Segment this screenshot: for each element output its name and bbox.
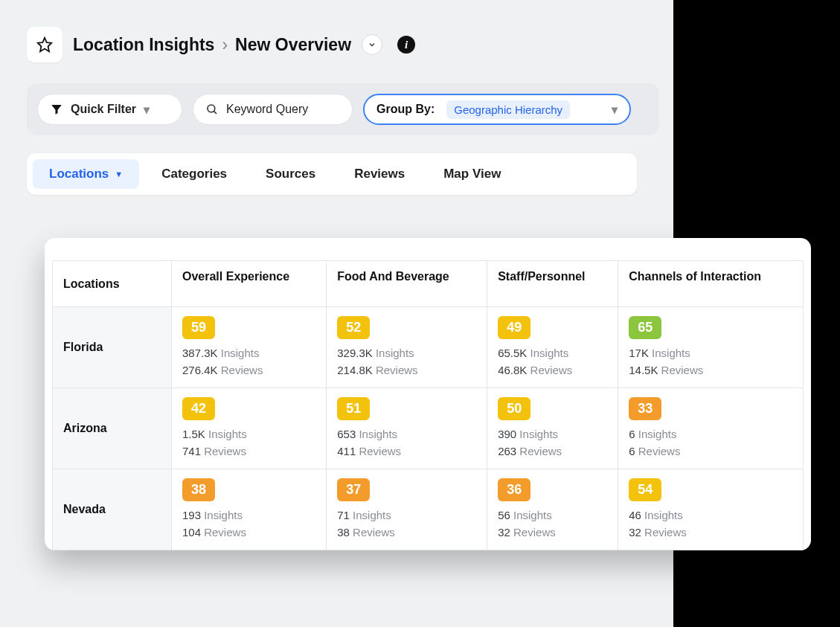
metric-cell[interactable]: 6517K Insights14.5K Reviews [618,307,804,388]
quick-filter-button[interactable]: Quick Filter ▾ [37,94,182,125]
metric-sub: 1.5K Insights741 Reviews [182,426,315,460]
metric-cell[interactable]: 421.5K Insights741 Reviews [172,388,327,469]
group-by-value: Geographic Hierarchy [446,100,570,119]
tab-reviews[interactable]: Reviews [338,159,421,189]
svg-marker-0 [38,38,51,51]
tab-locations[interactable]: Locations▼ [33,159,139,189]
tab-label: Map View [443,167,501,181]
column-header[interactable]: Food And Beverage [327,261,487,307]
breadcrumb-dropdown[interactable] [362,34,382,55]
favorite-button[interactable] [27,27,62,62]
tab-label: Locations [49,167,109,181]
metric-sub: 46 Insights32 Reviews [629,507,792,541]
filter-bar: Quick Filter ▾ Keyword Query Group By: G… [27,83,659,135]
score-badge: 42 [182,397,215,420]
metric-sub: 17K Insights14.5K Reviews [629,345,792,379]
metric-sub: 390 Insights263 Reviews [498,426,607,460]
score-badge: 37 [337,478,370,501]
keyword-search[interactable]: Keyword Query [193,94,353,125]
metric-cell[interactable]: 52329.3K Insights214.8K Reviews [327,307,487,388]
metric-sub: 6 Insights6 Reviews [629,426,792,460]
metric-cell[interactable]: 3771 Insights38 Reviews [327,469,487,550]
location-cell[interactable]: Arizona [53,388,172,469]
metric-sub: 56 Insights32 Reviews [498,507,607,541]
data-card: LocationsOverall ExperienceFood And Beve… [45,238,811,550]
caret-down-icon: ▾ [612,103,618,117]
svg-line-2 [214,111,217,114]
metric-sub: 65.5K Insights46.8K Reviews [498,345,607,379]
table-row: Florida59387.3K Insights276.4K Reviews52… [53,307,804,388]
location-cell[interactable]: Florida [53,307,172,388]
score-badge: 52 [337,316,370,339]
search-icon [205,103,219,116]
score-badge: 54 [629,478,661,501]
metric-cell[interactable]: 4965.5K Insights46.8K Reviews [487,307,618,388]
keyword-placeholder: Keyword Query [226,103,308,116]
score-badge: 50 [498,397,530,420]
breadcrumb-root[interactable]: Location Insights [73,35,214,55]
metric-cell[interactable]: 50390 Insights263 Reviews [487,388,618,469]
metric-sub: 653 Insights411 Reviews [337,426,476,460]
tabs-bar: Locations▼CategoriesSourcesReviewsMap Vi… [27,153,637,195]
metric-cell[interactable]: 51653 Insights411 Reviews [327,388,487,469]
score-badge: 49 [498,316,530,339]
svg-point-1 [208,105,215,112]
breadcrumb-row: Location Insights › New Overview i [27,27,647,62]
metric-cell[interactable]: 3656 Insights32 Reviews [487,469,618,550]
metric-cell[interactable]: 38193 Insights104 Reviews [172,469,327,550]
star-icon [36,36,53,53]
caret-down-icon: ▾ [144,103,150,117]
tab-label: Categories [161,167,227,181]
tab-categories[interactable]: Categories [145,159,243,189]
chevron-down-icon [368,40,376,49]
score-badge: 36 [498,478,530,501]
metric-sub: 193 Insights104 Reviews [182,507,315,541]
metric-sub: 71 Insights38 Reviews [337,507,476,541]
column-header[interactable]: Staff/Personnel [487,261,618,307]
score-badge: 65 [629,316,661,339]
table-row: Nevada38193 Insights104 Reviews3771 Insi… [53,469,804,550]
tab-label: Sources [266,167,315,181]
score-badge: 33 [629,397,661,420]
info-icon[interactable]: i [397,36,415,54]
group-by-label: Group By: [376,103,435,116]
score-badge: 38 [182,478,215,501]
quick-filter-label: Quick Filter [71,103,136,116]
column-header-locations: Locations [53,261,172,307]
location-cell[interactable]: Nevada [53,469,172,550]
metric-sub: 387.3K Insights276.4K Reviews [182,345,315,379]
tab-map-view[interactable]: Map View [427,159,517,189]
metric-cell[interactable]: 59387.3K Insights276.4K Reviews [172,307,327,388]
group-by-select[interactable]: Group By: Geographic Hierarchy ▾ [363,94,631,125]
table-row: Arizona421.5K Insights741 Reviews51653 I… [53,388,804,469]
top-area: Location Insights › New Overview i Quick… [0,0,673,195]
chevron-right-icon: › [222,35,228,55]
column-header[interactable]: Channels of Interaction [618,261,804,307]
funnel-icon [50,103,63,116]
tab-label: Reviews [354,167,405,181]
metric-cell[interactable]: 336 Insights6 Reviews [618,388,804,469]
score-badge: 59 [182,316,215,339]
insights-table: LocationsOverall ExperienceFood And Beve… [52,260,804,550]
breadcrumb: Location Insights › New Overview i [73,34,415,55]
tab-sources[interactable]: Sources [249,159,332,189]
metric-cell[interactable]: 5446 Insights32 Reviews [618,469,804,550]
breadcrumb-current[interactable]: New Overview [235,35,351,55]
score-badge: 51 [337,397,370,420]
caret-down-icon: ▼ [115,170,123,179]
column-header[interactable]: Overall Experience [172,261,327,307]
metric-sub: 329.3K Insights214.8K Reviews [337,345,476,379]
